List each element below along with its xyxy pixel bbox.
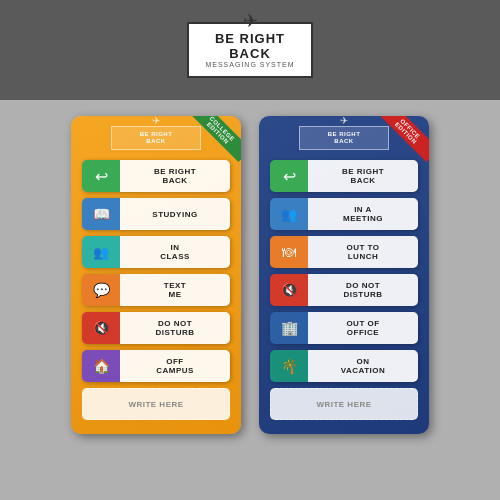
main-content: COLLEGEEDITION ✈ BE RIGHT BACK ↩ BE RIGH… — [0, 100, 500, 500]
college-item-3: 💬 TEXTME — [82, 274, 230, 306]
office-card: OFFICEEDITION ✈ BE RIGHT BACK ↩ BE RIGHT… — [259, 116, 429, 434]
office-item-5: 🌴 ONVACATION — [270, 350, 418, 382]
college-item-4: 🔇 DO NOTDISTURB — [82, 312, 230, 344]
college-item-2: 👥 INCLASS — [82, 236, 230, 268]
office-item-4: 🏢 OUT OFOFFICE — [270, 312, 418, 344]
logo-subtitle: MESSAGING SYSTEM — [205, 61, 294, 68]
office-brand-box: ✈ BE RIGHT BACK — [299, 126, 389, 150]
office-brand-arrow-icon: ✈ — [340, 115, 348, 126]
college-brand-box: ✈ BE RIGHT BACK — [111, 126, 201, 150]
college-icon-5: 🏠 — [82, 350, 120, 382]
college-icon-3: 💬 — [82, 274, 120, 306]
college-item-1: 📖 STUDYING — [82, 198, 230, 230]
office-icon-1: 👥 — [270, 198, 308, 230]
office-item-3: 🔇 DO NOTDISTURB — [270, 274, 418, 306]
college-label-3: TEXTME — [120, 274, 230, 306]
office-icon-0: ↩ — [270, 160, 308, 192]
college-write-here[interactable]: WRITE HERE — [82, 388, 230, 420]
college-label-5: OFFCAMPUS — [120, 350, 230, 382]
office-write-here[interactable]: WRITE HERE — [270, 388, 418, 420]
office-item-1: 👥 IN AMEETING — [270, 198, 418, 230]
college-label-1: STUDYING — [120, 198, 230, 230]
office-label-1: IN AMEETING — [308, 198, 418, 230]
college-label-2: INCLASS — [120, 236, 230, 268]
logo-arrow-icon: ✈ — [243, 10, 258, 32]
college-card: COLLEGEEDITION ✈ BE RIGHT BACK ↩ BE RIGH… — [71, 116, 241, 434]
college-icon-1: 📖 — [82, 198, 120, 230]
header: ✈ BE RIGHT BACK MESSAGING SYSTEM — [0, 0, 500, 100]
office-label-4: OUT OFOFFICE — [308, 312, 418, 344]
college-icon-0: ↩ — [82, 160, 120, 192]
office-icon-2: 🍽 — [270, 236, 308, 268]
college-item-5: 🏠 OFFCAMPUS — [82, 350, 230, 382]
office-icon-5: 🌴 — [270, 350, 308, 382]
college-label-4: DO NOTDISTURB — [120, 312, 230, 344]
office-item-2: 🍽 OUT TOLUNCH — [270, 236, 418, 268]
office-icon-3: 🔇 — [270, 274, 308, 306]
office-label-5: ONVACATION — [308, 350, 418, 382]
logo-box: ✈ BE RIGHT BACK MESSAGING SYSTEM — [187, 22, 312, 78]
office-brand-text: BE RIGHT BACK — [308, 131, 380, 145]
logo-title: BE RIGHT BACK — [205, 32, 294, 61]
office-icon-4: 🏢 — [270, 312, 308, 344]
college-icon-4: 🔇 — [82, 312, 120, 344]
college-icon-2: 👥 — [82, 236, 120, 268]
office-label-3: DO NOTDISTURB — [308, 274, 418, 306]
college-brand-text: BE RIGHT BACK — [120, 131, 192, 145]
office-label-2: OUT TOLUNCH — [308, 236, 418, 268]
college-brand-arrow-icon: ✈ — [152, 115, 160, 126]
